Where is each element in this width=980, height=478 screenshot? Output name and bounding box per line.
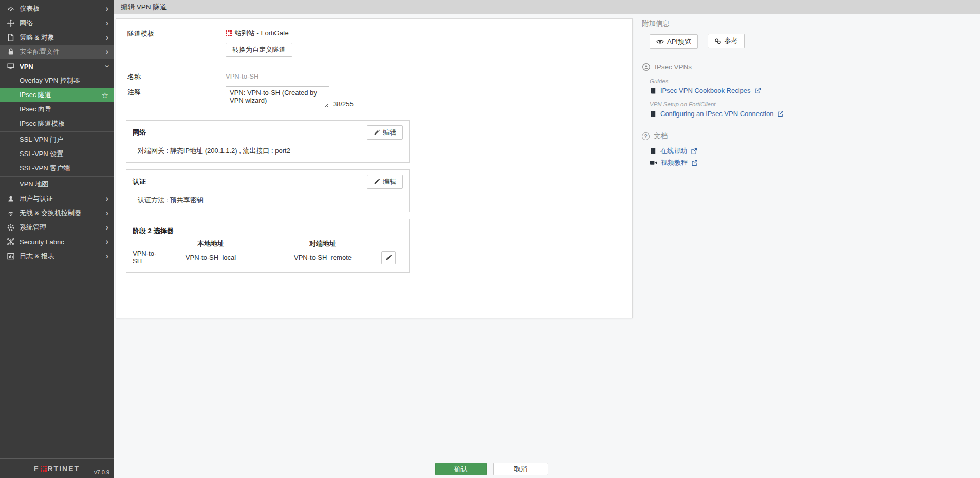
submenu-divider [0, 131, 114, 132]
ok-button[interactable]: 确认 [435, 463, 487, 475]
sidebar-item-label: Overlay VPN 控制器 [20, 76, 108, 85]
sidebar-item-label: 无线 & 交换机控制器 [20, 208, 106, 218]
sidebar-item-sslvpn-clients[interactable]: SSL-VPN 客户端 [0, 161, 114, 176]
ipsec-vpns-section: IPsec VPNs Guides IPsec VPN Cookbook Rec… [642, 63, 980, 118]
user-icon [6, 195, 15, 203]
sidebar-item-label: 网络 [20, 18, 106, 28]
book-icon [650, 87, 657, 94]
video-tutorials-link[interactable]: 视频教程 [661, 158, 688, 167]
external-link-icon [754, 87, 761, 94]
sidebar-item-label: SSL-VPN 客户端 [20, 164, 108, 173]
sidebar-item-ipsec-tunnels[interactable]: IPsec 隧道 ☆ [0, 88, 114, 102]
comments-textarea[interactable]: VPN: VPN-to-SH (Created by VPN wizard) [226, 86, 329, 108]
version-label: v7.0.9 [94, 469, 109, 475]
sidebar-footer: F RTINET v7.0.9 [0, 458, 114, 478]
sidebar-item-vpn[interactable]: VPN › [0, 59, 114, 73]
guides-sublabel: Guides [650, 78, 980, 84]
phase2-local-address: VPN-to-SH_local [157, 254, 264, 261]
sidebar-item-network[interactable]: 网络 › [0, 16, 114, 30]
cancel-button[interactable]: 取消 [493, 463, 548, 475]
network-summary: 对端网关 : 静态IP地址 (200.1.1.2) , 流出接口 : port2 [133, 146, 403, 156]
additional-info-title: 附加信息 [642, 19, 980, 28]
fortinet-grid-icon [41, 466, 47, 472]
authentication-edit-button[interactable]: 编辑 [367, 175, 403, 189]
policy-icon [6, 33, 15, 42]
references-button[interactable]: 参考 [708, 34, 745, 48]
sidebar-item-label: IPsec 隧道模板 [20, 119, 108, 128]
sidebar-item-security-profiles[interactable]: 安全配置文件 › [0, 45, 114, 59]
network-edit-button[interactable]: 编辑 [367, 125, 403, 140]
chevron-right-icon: › [106, 223, 108, 232]
chevron-right-icon: › [106, 19, 108, 27]
chevron-right-icon: › [106, 33, 108, 42]
tunnel-template-value-row: 站到站 - FortiGate [226, 28, 621, 38]
phase2-edit-button[interactable] [381, 251, 396, 264]
sidebar-item-ipsec-wizard[interactable]: IPsec 向导 [0, 102, 114, 117]
guide-person-icon [642, 63, 651, 71]
sidebar-item-label: 仪表板 [20, 4, 106, 13]
sidebar-item-sslvpn-portals[interactable]: SSL-VPN 门户 [0, 132, 114, 147]
question-circle-icon: ? [642, 132, 650, 140]
eye-icon [656, 39, 664, 45]
sidebar-item-system[interactable]: 系统管理 › [0, 220, 114, 235]
sidebar-item-vpn-map[interactable]: VPN 地图 [0, 177, 114, 192]
sidebar-item-label: 系统管理 [20, 223, 106, 232]
pencil-icon [374, 179, 380, 185]
sidebar-item-dashboard[interactable]: 仪表板 › [0, 2, 114, 16]
pencil-icon [385, 255, 392, 261]
tunnel-template-label: 隧道模板 [127, 28, 226, 57]
edit-vpn-tunnel-form: 隧道模板 站到站 - FortiGate 转换为自定义隧道 名称 [116, 18, 633, 318]
phase2-col-local-header: 本地地址 [157, 237, 264, 250]
ipsec-cookbook-link[interactable]: IPsec VPN Cookbook Recipes [660, 87, 751, 94]
configuring-link-row: Configuring an IPsec VPN Connection [650, 110, 980, 118]
sidebar-item-security-fabric[interactable]: Security Fabric › [0, 235, 114, 249]
configuring-ipsec-link[interactable]: Configuring an IPsec VPN Connection [660, 110, 773, 118]
monitor-icon [6, 62, 15, 71]
sidebar-item-label: 日志 & 报表 [20, 252, 106, 261]
page-title: 编辑 VPN 隧道 [121, 3, 167, 12]
convert-to-custom-tunnel-button[interactable]: 转换为自定义隧道 [226, 43, 292, 57]
sidebar-item-label: VPN 地图 [20, 180, 108, 189]
network-section: 网络 编辑 对端网关 : 静态IP地址 (200.1.1.2) , 流出接口 :… [126, 120, 410, 163]
chevron-down-icon: › [103, 65, 111, 67]
wifi-icon [6, 209, 15, 218]
sidebar-item-log-report[interactable]: 日志 & 报表 › [0, 249, 114, 263]
chevron-right-icon: › [106, 5, 108, 13]
right-panel: 附加信息 API预览 参考 [636, 14, 980, 478]
gear-icon [6, 223, 15, 232]
fortinet-logo: F RTINET [34, 465, 80, 473]
sidebar-item-wifi-switch-controller[interactable]: 无线 & 交换机控制器 › [0, 206, 114, 220]
star-icon[interactable]: ☆ [102, 91, 108, 99]
sidebar-item-policy-objects[interactable]: 策略 & 对象 › [0, 30, 114, 45]
sidebar-item-sslvpn-settings[interactable]: SSL-VPN 设置 [0, 147, 114, 161]
sidebar-item-label: 策略 & 对象 [20, 33, 106, 42]
sidebar-item-label: SSL-VPN 门户 [20, 135, 108, 144]
online-help-row: 在线帮助 [650, 146, 980, 156]
documentation-section: ? 文档 在线帮助 [642, 131, 980, 167]
vpn-submenu: Overlay VPN 控制器 IPsec 隧道 ☆ IPsec 向导 IPse… [0, 73, 114, 192]
pencil-icon [374, 129, 380, 136]
app-root: 仪表板 › 网络 › 策略 & 对象 › [0, 0, 980, 478]
external-link-icon [691, 160, 698, 166]
chain-link-icon [714, 37, 722, 45]
ipsec-vpns-title: IPsec VPNs [655, 63, 692, 71]
sidebar: 仪表板 › 网络 › 策略 & 对象 › [0, 0, 114, 478]
sidebar-item-user-authentication[interactable]: 用户与认证 › [0, 192, 114, 206]
chart-icon [6, 252, 15, 261]
api-preview-label: API预览 [667, 37, 691, 46]
phase2-row-name: VPN-to-SH [133, 250, 157, 265]
network-section-title: 网络 [133, 125, 146, 137]
main-area: 编辑 VPN 隧道 隧道模板 站到站 - FortiGate 转换为自定义隧道 [114, 0, 980, 478]
online-help-link[interactable]: 在线帮助 [660, 146, 687, 156]
fabric-icon [6, 238, 15, 246]
comments-label: 注释 [127, 86, 226, 108]
api-preview-button[interactable]: API预览 [650, 34, 698, 49]
chevron-right-icon: › [106, 252, 108, 260]
authentication-section: 认证 编辑 认证方法 : 预共享密钥 [126, 169, 410, 212]
gauge-icon [6, 5, 15, 13]
name-value: VPN-to-SH [226, 71, 621, 80]
tunnel-template-row: 隧道模板 站到站 - FortiGate 转换为自定义隧道 [127, 28, 621, 57]
external-link-icon [691, 148, 697, 155]
sidebar-item-ipsec-tunnel-templates[interactable]: IPsec 隧道模板 [0, 117, 114, 131]
sidebar-item-overlay-vpn-controller[interactable]: Overlay VPN 控制器 [0, 73, 114, 88]
